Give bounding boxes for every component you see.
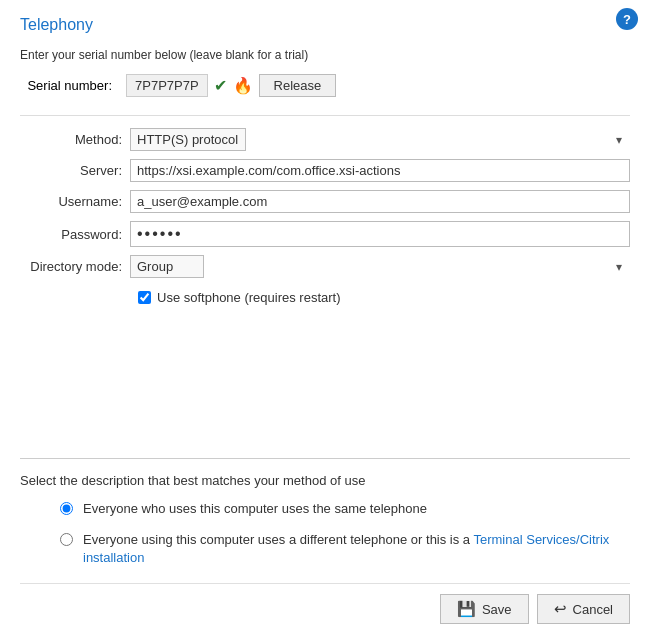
page-title: Telephony <box>20 16 630 34</box>
valid-check-icon: ✔ <box>214 76 227 95</box>
release-button[interactable]: Release <box>259 74 337 97</box>
method-label: Method: <box>20 132 130 147</box>
softphone-checkbox[interactable] <box>138 291 151 304</box>
server-input[interactable] <box>130 159 630 182</box>
help-icon[interactable]: ? <box>616 8 638 30</box>
radio-group: Everyone who uses this computer uses the… <box>20 500 630 567</box>
server-row: Server: <box>20 159 630 182</box>
username-input[interactable] <box>130 190 630 213</box>
directory-label: Directory mode: <box>20 259 130 274</box>
cancel-label: Cancel <box>573 602 613 617</box>
radio-option-1: Everyone who uses this computer uses the… <box>60 500 630 518</box>
username-label: Username: <box>20 194 130 209</box>
fire-icon: 🔥 <box>233 76 253 95</box>
username-row: Username: <box>20 190 630 213</box>
radio-label-1[interactable]: Everyone who uses this computer uses the… <box>83 500 427 518</box>
divider-top <box>20 115 630 116</box>
cancel-button[interactable]: ↩ Cancel <box>537 594 630 624</box>
footer: 💾 Save ↩ Cancel <box>20 583 630 624</box>
server-label: Server: <box>20 163 130 178</box>
radio-label-2-text: Everyone using this computer uses a diff… <box>83 532 473 547</box>
serial-value: 7P7P7P7P <box>126 74 208 97</box>
serial-label: Serial number: <box>20 78 120 93</box>
divider-middle <box>20 458 630 459</box>
description-section: Select the description that best matches… <box>20 473 630 567</box>
radio-label-2[interactable]: Everyone using this computer uses a diff… <box>83 531 630 567</box>
softphone-label[interactable]: Use softphone (requires restart) <box>157 290 341 305</box>
radio-option-2: Everyone using this computer uses a diff… <box>60 531 630 567</box>
save-label: Save <box>482 602 512 617</box>
method-select-wrapper: HTTP(S) protocol Other <box>130 128 630 151</box>
radio-input-2[interactable] <box>60 533 73 546</box>
serial-number-row: Serial number: 7P7P7P7P ✔ 🔥 Release <box>20 74 630 97</box>
save-icon: 💾 <box>457 600 476 618</box>
spacer <box>20 321 630 458</box>
directory-select[interactable]: Group Enterprise <box>130 255 204 278</box>
description-title: Select the description that best matches… <box>20 473 630 488</box>
settings-form: Method: HTTP(S) protocol Other Server: U… <box>20 128 630 305</box>
password-row: Password: <box>20 221 630 247</box>
password-input[interactable] <box>130 221 630 247</box>
save-button[interactable]: 💾 Save <box>440 594 529 624</box>
password-label: Password: <box>20 227 130 242</box>
method-select[interactable]: HTTP(S) protocol Other <box>130 128 246 151</box>
telephony-page: ? Telephony Enter your serial number bel… <box>0 0 650 640</box>
subtitle-text: Enter your serial number below (leave bl… <box>20 48 630 62</box>
directory-row: Directory mode: Group Enterprise <box>20 255 630 278</box>
radio-input-1[interactable] <box>60 502 73 515</box>
method-row: Method: HTTP(S) protocol Other <box>20 128 630 151</box>
directory-select-wrapper: Group Enterprise <box>130 255 630 278</box>
softphone-row: Use softphone (requires restart) <box>138 290 630 305</box>
cancel-icon: ↩ <box>554 600 567 618</box>
